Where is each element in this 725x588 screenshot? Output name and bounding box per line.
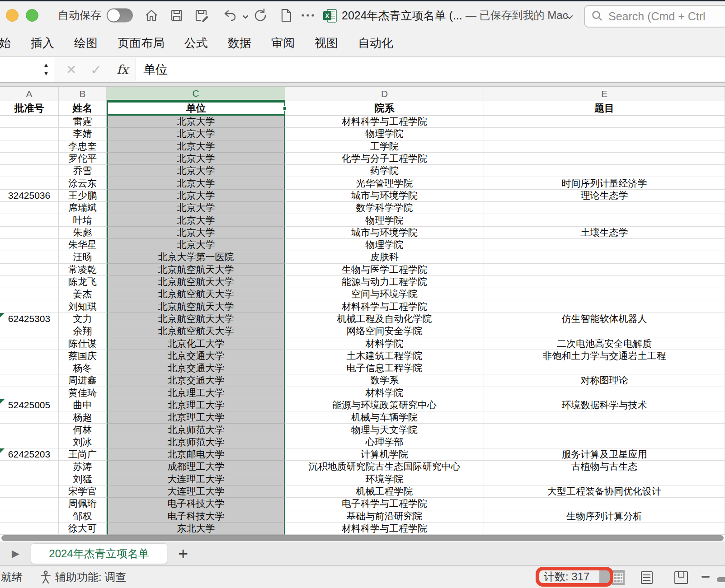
- cell-title[interactable]: [484, 498, 725, 510]
- cell-title[interactable]: [484, 165, 725, 177]
- cell-name[interactable]: 常凌乾: [59, 264, 107, 276]
- cell-title[interactable]: [484, 523, 725, 535]
- cell-dept[interactable]: 机械工程及自动化学院: [285, 313, 484, 325]
- cell-dept[interactable]: 化学与分子工程学院: [285, 153, 484, 165]
- cell-dept[interactable]: 皮肤科: [285, 251, 484, 263]
- cell-title[interactable]: [484, 300, 725, 313]
- zoom-slider-handle[interactable]: [717, 577, 725, 582]
- cell-approval[interactable]: [0, 288, 59, 300]
- cell-approval[interactable]: [0, 362, 59, 374]
- cell-approval[interactable]: [0, 251, 59, 263]
- ribbon-tab-0[interactable]: 始: [0, 35, 11, 51]
- cell-dept[interactable]: 材料科学与工程学院: [285, 116, 484, 128]
- accessibility-status[interactable]: 辅助功能: 调查: [55, 570, 126, 584]
- page-layout-view-button[interactable]: [640, 571, 654, 586]
- cell-name[interactable]: 蔡国庆: [59, 350, 107, 362]
- cell-name[interactable]: 汪旸: [59, 251, 107, 263]
- cell-title[interactable]: [484, 140, 725, 153]
- cell-unit[interactable]: 北京大学: [107, 177, 285, 189]
- cell-title[interactable]: [484, 473, 725, 485]
- cell-title[interactable]: 二次电池高安全电解质: [484, 337, 725, 350]
- cell-title[interactable]: 生物序列计算分析: [484, 510, 725, 523]
- cell-dept[interactable]: 环境学院: [285, 473, 484, 485]
- column-header-E[interactable]: E: [484, 87, 725, 101]
- count-status[interactable]: 计数: 317: [544, 569, 589, 584]
- header-cell-title[interactable]: 题目: [484, 101, 725, 116]
- cell-unit[interactable]: 成都理工大学: [107, 461, 285, 473]
- cell-approval[interactable]: [0, 498, 59, 510]
- undo-icon[interactable]: [222, 8, 238, 23]
- cell-title[interactable]: 仿生智能软体机器人: [484, 313, 725, 325]
- save-icon[interactable]: [169, 8, 184, 23]
- cell-unit[interactable]: 北京大学: [107, 202, 285, 214]
- cell-name[interactable]: 余翔: [59, 325, 107, 337]
- cell-dept[interactable]: 计算机学院: [285, 448, 484, 461]
- cell-unit[interactable]: 北京师范大学: [107, 436, 285, 448]
- cell-name[interactable]: 涂云东: [59, 177, 107, 189]
- cell-name[interactable]: 杨冬: [59, 362, 107, 374]
- cell-dept[interactable]: 材料学院: [285, 337, 484, 350]
- cell-name[interactable]: 姜杰: [59, 288, 107, 300]
- cell-approval[interactable]: [0, 325, 59, 337]
- ribbon-tab-7[interactable]: 视图: [315, 35, 338, 51]
- cell-unit[interactable]: 北京大学: [107, 214, 285, 226]
- search-input[interactable]: Search (Cmd + Ctrl: [584, 5, 725, 28]
- ribbon-tab-6[interactable]: 审阅: [271, 35, 295, 51]
- cell-unit[interactable]: 北京大学: [107, 227, 285, 239]
- cell-approval[interactable]: [0, 374, 59, 387]
- zoom-out-button[interactable]: [701, 576, 710, 578]
- cell-dept[interactable]: 沉积地质研究院古生态国际研究中心: [285, 461, 484, 473]
- normal-view-button[interactable]: [612, 570, 625, 585]
- sheet-nav-arrow-icon[interactable]: ▶: [12, 548, 19, 560]
- sheet-tab-active[interactable]: 2024年杰青立项名单: [31, 543, 167, 564]
- cell-unit[interactable]: 北京航空航天大学: [107, 313, 285, 325]
- redo-icon[interactable]: [253, 8, 268, 23]
- cell-name[interactable]: 曲申: [59, 399, 107, 411]
- undo-dropdown-chevron-icon[interactable]: [242, 15, 249, 19]
- cell-unit[interactable]: 北京大学第一医院: [107, 251, 285, 263]
- cell-name[interactable]: 席瑞斌: [59, 202, 107, 214]
- cell-title[interactable]: 时间序列计量经济学: [484, 177, 725, 189]
- cell-approval[interactable]: [0, 411, 59, 424]
- cell-title[interactable]: 对称图理论: [484, 374, 725, 387]
- cell-name[interactable]: 文力: [59, 313, 107, 325]
- cell-title[interactable]: [484, 424, 725, 436]
- cell-name[interactable]: 周进鑫: [59, 374, 107, 387]
- cell-approval[interactable]: [0, 264, 59, 276]
- header-cell-dept[interactable]: 院系: [285, 101, 484, 116]
- insert-function-icon[interactable]: fx: [117, 62, 128, 77]
- cell-unit[interactable]: 北京大学: [107, 140, 285, 153]
- cell-name[interactable]: 乔雪: [59, 165, 107, 177]
- minimize-traffic-light[interactable]: [6, 9, 19, 22]
- add-sheet-button[interactable]: +: [178, 544, 188, 563]
- cell-unit[interactable]: 北京化工大学: [107, 337, 285, 350]
- saved-status-chevron-icon[interactable]: [566, 13, 573, 21]
- cell-title[interactable]: [484, 325, 725, 337]
- cell-dept[interactable]: 网络空间安全学院: [285, 325, 484, 337]
- cell-name[interactable]: 叶堉: [59, 214, 107, 226]
- cell-name[interactable]: 王尚广: [59, 448, 107, 461]
- cell-dept[interactable]: 心理学部: [285, 436, 484, 448]
- cell-name[interactable]: 苏涛: [59, 461, 107, 473]
- cell-unit[interactable]: 北京理工大学: [107, 411, 285, 424]
- cell-title[interactable]: [484, 153, 725, 165]
- cell-approval[interactable]: [0, 350, 59, 362]
- cell-name[interactable]: 刘猛: [59, 473, 107, 485]
- cell-title[interactable]: [484, 239, 725, 251]
- cell-approval[interactable]: [0, 485, 59, 498]
- ribbon-tab-2[interactable]: 绘图: [74, 35, 98, 51]
- cell-unit[interactable]: 电子科技大学: [107, 510, 285, 523]
- cell-unit[interactable]: 北京交通大学: [107, 362, 285, 374]
- cell-approval[interactable]: [0, 202, 59, 214]
- cell-title[interactable]: [484, 264, 725, 276]
- cell-approval[interactable]: [0, 227, 59, 239]
- cell-dept[interactable]: 物理学院: [285, 128, 484, 140]
- ribbon-tab-1[interactable]: 插入: [31, 35, 54, 51]
- cell-name[interactable]: 陈仕谋: [59, 337, 107, 350]
- cell-name[interactable]: 雷霆: [59, 116, 107, 128]
- ribbon-tab-5[interactable]: 数据: [228, 35, 251, 51]
- cell-title[interactable]: 古植物与古生态: [484, 461, 725, 473]
- cell-unit[interactable]: 北京理工大学: [107, 399, 285, 411]
- more-options-icon[interactable]: [299, 8, 316, 23]
- cell-approval[interactable]: [0, 239, 59, 251]
